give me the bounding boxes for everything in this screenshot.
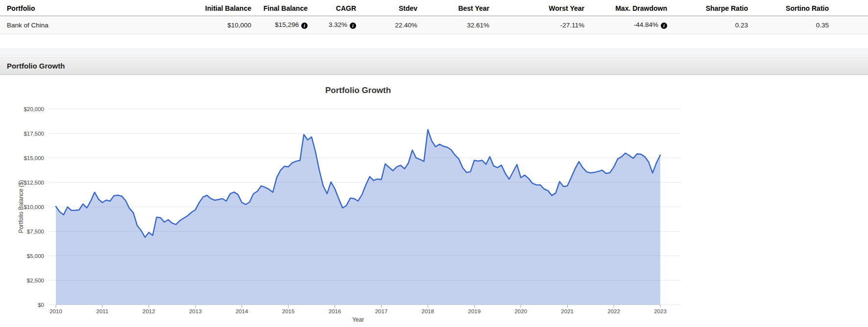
svg-text:$5,000: $5,000 (27, 253, 44, 259)
portfolio-name-cell[interactable]: Bank of China (0, 16, 167, 34)
svg-text:2016: 2016 (329, 308, 341, 314)
sortino-ratio-cell: 0.35 (748, 16, 829, 34)
svg-text:$10,000: $10,000 (24, 204, 44, 210)
svg-text:2021: 2021 (561, 308, 574, 314)
svg-text:$2,500: $2,500 (27, 278, 44, 283)
portfolio-metrics-table: Portfolio Initial Balance Final Balance … (0, 0, 868, 34)
svg-text:$15,000: $15,000 (24, 155, 44, 161)
chart-canvas[interactable]: $0$2,500$5,000$7,500$10,000$12,500$15,00… (0, 77, 868, 327)
stdev-cell: 22.40% (356, 16, 417, 34)
cagr-cell: 3.32%i (308, 16, 356, 34)
col-header-initial-balance: Initial Balance (167, 0, 251, 16)
svg-text:2019: 2019 (468, 308, 481, 314)
svg-text:2010: 2010 (49, 308, 62, 314)
final-balance-value: $15,296 (275, 21, 299, 28)
max-drawdown-cell: -44.84%i (584, 16, 667, 34)
col-header-portfolio: Portfolio (0, 0, 167, 16)
svg-text:2020: 2020 (514, 308, 527, 314)
svg-text:2015: 2015 (282, 308, 295, 314)
svg-text:$7,500: $7,500 (27, 229, 44, 234)
svg-text:2011: 2011 (96, 308, 109, 314)
col-header-stdev: Stdev (356, 0, 417, 16)
svg-text:Portfolio Growth: Portfolio Growth (325, 86, 391, 95)
svg-text:2013: 2013 (189, 308, 202, 314)
info-icon[interactable]: i (350, 23, 356, 29)
section-divider (0, 48, 868, 56)
table-row: Bank of China $10,000 $15,296i 3.32%i 22… (0, 16, 868, 34)
svg-text:$0: $0 (38, 302, 44, 308)
svg-text:Portfolio Balance ($): Portfolio Balance ($) (18, 180, 24, 234)
svg-text:$17,500: $17,500 (24, 131, 44, 137)
col-header-cagr: CAGR (308, 0, 356, 16)
col-header-worst-year: Worst Year (489, 0, 584, 16)
initial-balance-cell: $10,000 (167, 16, 251, 34)
svg-text:2012: 2012 (143, 308, 155, 314)
section-title: Portfolio Growth (7, 62, 65, 70)
col-header-sharpe-ratio: Sharpe Ratio (667, 0, 748, 16)
market-correlation-cell: 0.43 (829, 16, 868, 34)
svg-text:2023: 2023 (654, 308, 667, 314)
worst-year-cell: -27.11% (489, 16, 584, 34)
metrics-header-row: Portfolio Initial Balance Final Balance … (0, 0, 868, 16)
svg-text:2014: 2014 (236, 308, 248, 314)
section-header-bar: Portfolio Growth (0, 57, 868, 75)
cagr-value: 3.32% (329, 21, 347, 28)
info-icon[interactable]: i (661, 23, 667, 29)
col-header-best-year: Best Year (417, 0, 489, 16)
svg-text:Year: Year (352, 316, 364, 323)
final-balance-cell: $15,296i (251, 16, 308, 34)
col-header-final-balance: Final Balance (251, 0, 308, 16)
max-drawdown-value: -44.84% (634, 21, 658, 28)
col-header-max-drawdown: Max. Drawdown (584, 0, 667, 16)
portfolio-growth-chart[interactable]: $0$2,500$5,000$7,500$10,000$12,500$15,00… (0, 77, 868, 327)
col-header-sortino-ratio: Sortino Ratio (748, 0, 829, 16)
svg-text:$20,000: $20,000 (24, 106, 44, 112)
svg-text:$12,500: $12,500 (24, 180, 44, 186)
col-header-market-correlation: Market Correlation (829, 0, 868, 16)
svg-text:2018: 2018 (422, 308, 434, 314)
svg-text:2017: 2017 (375, 308, 388, 314)
best-year-cell: 32.61% (417, 16, 489, 34)
info-icon[interactable]: i (301, 23, 308, 29)
sharpe-ratio-cell: 0.23 (667, 16, 748, 34)
svg-text:2022: 2022 (607, 308, 620, 314)
